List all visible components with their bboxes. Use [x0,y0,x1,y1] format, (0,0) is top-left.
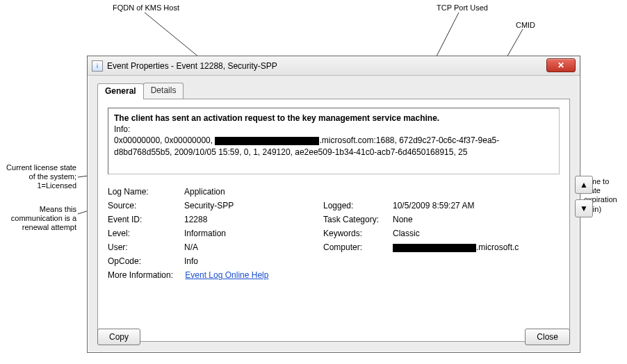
value-user: N/A [184,242,323,252]
nav-down-button[interactable]: ▼ [575,199,593,217]
label-logged: Logged: [323,201,393,210]
label-event-id: Event ID: [108,215,184,224]
tab-general[interactable]: General [97,83,144,99]
value-source: Security-SPP [184,201,323,210]
event-properties-dialog: i Event Properties - Event 12288, Securi… [87,56,580,353]
value-task-category: None [393,215,525,224]
copy-button[interactable]: Copy [97,329,140,345]
value-level: Information [184,229,323,238]
redacted-fqdn [215,137,319,145]
label-log-name: Log Name: [108,187,184,197]
tab-strip: General Details [97,83,570,99]
label-more-information: More Information: [108,270,183,280]
label-computer: Computer: [323,242,393,252]
value-keywords: Classic [393,229,525,238]
event-desc-prefix: 0x00000000, 0x00000000, [114,135,215,145]
event-desc-line2: Info: [114,124,553,135]
more-information-row: More Information: Event Log Online Help [108,270,560,280]
event-desc-line4: d8bd768d55b5, 2009/10/05 15:59, 0, 1, 24… [114,147,553,158]
redacted-computer [393,244,476,252]
annotation-fqdn: FQDN of KMS Host [104,3,188,13]
annotation-port: TCP Port Used [427,3,497,13]
value-opcode: Info [184,256,323,266]
label-task-category: Task Category: [323,215,393,224]
value-logged: 10/5/2009 8:59:27 AM [393,201,525,210]
value-event-id: 12288 [184,215,323,224]
tab-panel-general: The client has sent an activation reques… [97,99,570,342]
annotation-license-state: Current license state of the system; 1=L… [0,163,76,191]
value-computer-suffix: .microsoft.c [476,242,519,252]
annotation-cmid: CMID [505,21,546,30]
tab-details[interactable]: Details [143,83,184,99]
nav-up-button[interactable]: ▲ [575,176,593,194]
event-desc-suffix: .microsoft.com:1688, 672d9c27-0c6c-4f37-… [319,135,499,145]
close-button[interactable]: ✕ [546,58,576,72]
titlebar[interactable]: i Event Properties - Event 12288, Securi… [88,56,580,76]
close-dialog-button[interactable]: Close [525,329,570,345]
event-fields-grid: Log Name: Application Source: Security-S… [108,187,560,266]
label-user: User: [108,242,184,252]
event-desc-line1: The client has sent an activation reques… [114,113,553,124]
event-description-box[interactable]: The client has sent an activation reques… [108,108,560,174]
value-log-name: Application [184,187,323,197]
label-source: Source: [108,201,184,210]
event-log-online-help-link[interactable]: Event Log Online Help [185,270,268,280]
annotation-renewal: Means this communication is a renewal at… [0,205,76,233]
label-keywords: Keywords: [323,229,393,238]
dialog-title: Event Properties - Event 12288, Security… [107,61,277,71]
value-computer: .microsoft.c [393,242,525,252]
dialog-button-bar: Copy Close [97,329,570,345]
label-level: Level: [108,229,184,238]
label-opcode: OpCode: [108,256,184,266]
event-desc-line3: 0x00000000, 0x00000000, .microsoft.com:1… [114,135,553,146]
app-icon: i [92,60,103,72]
